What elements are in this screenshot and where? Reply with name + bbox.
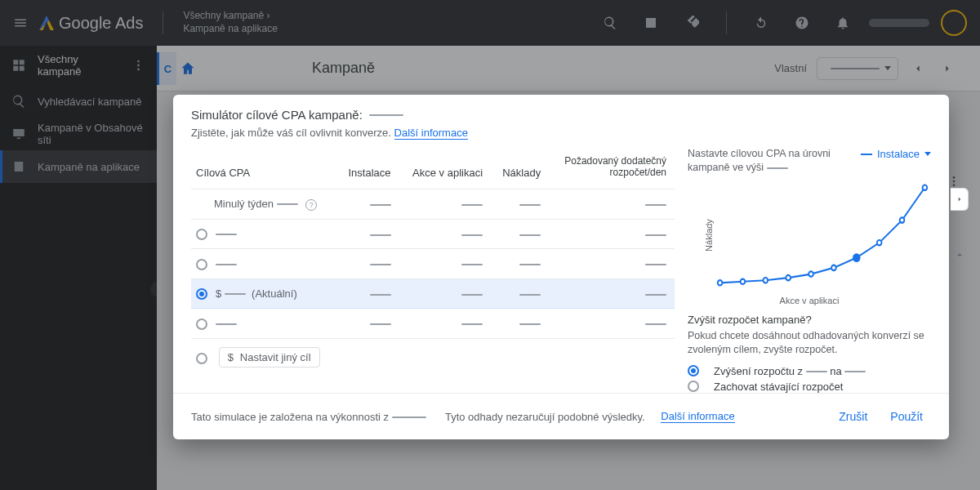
apply-button[interactable]: Použít (882, 405, 931, 428)
learn-more-link[interactable]: Další informace (661, 410, 734, 423)
col-installs: Instalace (336, 147, 399, 189)
chart-xlabel: Akce v aplikaci (688, 296, 931, 305)
radio-selected[interactable] (196, 288, 207, 300)
cancel-button[interactable]: Zrušit (831, 405, 875, 428)
custom-target-input[interactable]: $Nastavit jiný cíl (219, 347, 320, 368)
svg-point-13 (877, 240, 882, 245)
cpa-simulator-modal: Simulátor cílové CPA kampaně: Zjistěte, … (173, 95, 949, 439)
budget-opt-increase[interactable]: Zvýšení rozpočtu z na (688, 365, 931, 377)
radio[interactable] (196, 229, 207, 240)
radio-selected[interactable] (688, 365, 699, 376)
svg-point-8 (763, 278, 768, 283)
svg-point-7 (741, 278, 746, 283)
table-row-current[interactable]: $ (Aktuální) (191, 278, 675, 309)
metric-chip[interactable]: Instalace (861, 147, 931, 162)
col-target-cpa: Cílová CPA (191, 147, 336, 189)
col-budget: Požadovaný dodatečnýrozpočet/den (549, 147, 675, 189)
table-row[interactable] (191, 249, 675, 279)
cpa-table: Cílová CPA Instalace Akce v aplikaci Nák… (191, 147, 675, 376)
side-peek-tab[interactable] (951, 188, 969, 211)
col-cost: Náklady (491, 147, 549, 189)
svg-point-10 (808, 271, 813, 276)
side-expand-icon[interactable] (951, 243, 969, 266)
svg-point-14 (900, 217, 905, 222)
svg-point-9 (786, 275, 791, 280)
budget-heading: Zvýšit rozpočet kampaně? (688, 314, 931, 326)
budget-desc: Pokud chcete dosáhnout odhadovaných konv… (688, 329, 931, 357)
svg-point-15 (923, 185, 928, 189)
footer-note-b: Tyto odhady nezaručují podobné výsledky. (445, 411, 645, 423)
radio[interactable] (196, 259, 207, 270)
modal-subtitle: Zjistěte, jak může váš cíl ovlivnit konv… (191, 127, 931, 139)
modal-title: Simulátor cílové CPA kampaně: (191, 108, 931, 122)
svg-point-6 (718, 280, 723, 285)
svg-point-11 (831, 265, 836, 270)
svg-point-12 (853, 253, 861, 262)
radio[interactable] (196, 318, 207, 330)
col-inapp: Akce v aplikaci (399, 147, 492, 189)
budget-opt-keep[interactable]: Zachovat stávající rozpočet (688, 381, 931, 393)
chart-ylabel: Náklady (704, 219, 714, 252)
row-last-week: Minulý týden ? (191, 189, 675, 219)
learn-more-link[interactable]: Další informace (394, 127, 468, 140)
radio[interactable] (688, 381, 699, 392)
legend-line-icon (861, 154, 872, 155)
table-row[interactable] (191, 309, 675, 339)
simulator-chart: Náklady (714, 178, 931, 292)
table-row[interactable] (191, 219, 675, 249)
chevron-down-icon (924, 152, 931, 156)
help-icon[interactable]: ? (305, 199, 317, 211)
footer-note-a: Tato simulace je založena na výkonnosti … (191, 411, 426, 423)
right-lead: Nastavte cílovou CPA na úrovni kampaně v… (688, 147, 856, 175)
radio[interactable] (196, 353, 207, 364)
table-row-custom[interactable]: $Nastavit jiný cíl (191, 339, 675, 376)
